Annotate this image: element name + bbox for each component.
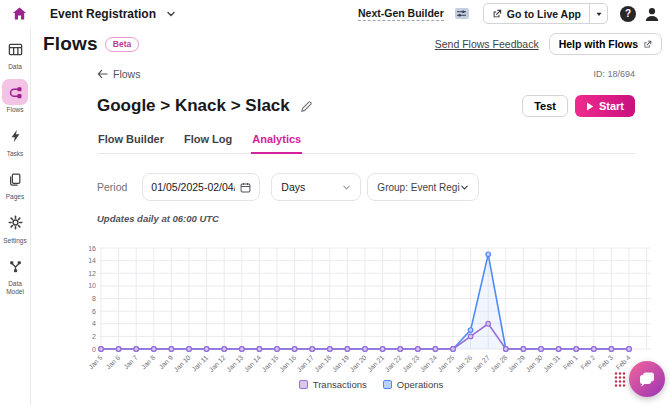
svg-text:Jan 16: Jan 16 xyxy=(278,354,298,374)
svg-text:8: 8 xyxy=(92,295,96,302)
home-icon xyxy=(12,6,27,21)
operations-swatch xyxy=(383,380,392,389)
main-panel: Flows Beta Send Flows Feedback Help with… xyxy=(31,27,670,405)
top-bar: Event Registration Next-Gen Builder Go t… xyxy=(0,0,670,27)
interval-value: Days xyxy=(281,181,305,193)
svg-text:Jan 14: Jan 14 xyxy=(243,354,263,374)
group-select[interactable]: Group: Event Registrat xyxy=(367,173,479,201)
sidebar-item-data[interactable]: Data xyxy=(0,36,31,70)
app-window: Event Registration Next-Gen Builder Go t… xyxy=(0,0,670,405)
external-link-icon xyxy=(643,40,652,49)
sidebar-item-settings[interactable]: Settings xyxy=(0,210,31,244)
tab-flow-log[interactable]: Flow Log xyxy=(183,133,233,153)
sidebar-item-data-model[interactable]: Data Model xyxy=(0,253,31,295)
back-to-flows-link[interactable]: Flows xyxy=(97,68,140,80)
date-range-value: 01/05/2025-02/04/20... xyxy=(151,181,235,193)
table-icon xyxy=(2,36,28,62)
tab-analytics[interactable]: Analytics xyxy=(251,133,302,154)
sidebar-item-label: Tasks xyxy=(7,150,24,157)
svg-text:Jan 31: Jan 31 xyxy=(542,354,562,374)
flows-icon xyxy=(2,79,28,105)
send-feedback-link[interactable]: Send Flows Feedback xyxy=(435,38,539,50)
sidebar-item-label: Data Model xyxy=(0,280,31,295)
svg-text:Jan 22: Jan 22 xyxy=(384,354,404,374)
svg-text:Jan 12: Jan 12 xyxy=(208,354,228,374)
arrow-left-icon xyxy=(97,69,108,79)
sidebar-item-tasks[interactable]: Tasks xyxy=(0,123,31,157)
beta-badge: Beta xyxy=(105,37,139,52)
toggle-switch-icon xyxy=(455,8,469,19)
start-button[interactable]: Start xyxy=(575,95,635,117)
transactions-swatch xyxy=(299,380,308,389)
flow-id: ID: 18/694 xyxy=(593,69,635,79)
sidebar-item-label: Settings xyxy=(3,237,27,244)
go-to-live-app-button[interactable]: Go to Live App xyxy=(484,4,589,23)
home-button[interactable] xyxy=(10,5,28,23)
svg-text:2: 2 xyxy=(92,333,96,340)
analytics-chart: 0246810121416Jan 5Jan 6Jan 7Jan 8Jan 9Ja… xyxy=(85,235,657,377)
page-header: Flows Beta Send Flows Feedback Help with… xyxy=(31,27,670,61)
gear-icon xyxy=(2,210,28,236)
date-range-input[interactable]: 01/05/2025-02/04/20... xyxy=(142,173,260,201)
chevron-down-icon xyxy=(342,183,351,192)
svg-text:16: 16 xyxy=(88,245,96,252)
svg-text:14: 14 xyxy=(88,257,96,264)
svg-text:Feb 3: Feb 3 xyxy=(597,354,614,371)
svg-text:Jan 5: Jan 5 xyxy=(87,354,104,371)
flow-title-row: Google > Knack > Slack Test Start xyxy=(97,95,635,117)
profile-button[interactable] xyxy=(644,6,660,22)
svg-text:Jan 6: Jan 6 xyxy=(105,354,122,371)
svg-text:Jan 21: Jan 21 xyxy=(366,354,386,374)
edit-title-button[interactable] xyxy=(300,100,313,113)
legend-label: Transactions xyxy=(313,379,367,390)
svg-text:Jan 26: Jan 26 xyxy=(454,354,474,374)
app-switcher[interactable]: Event Registration xyxy=(50,7,156,21)
question-mark-icon: ? xyxy=(625,8,631,19)
test-button[interactable]: Test xyxy=(522,95,568,117)
svg-text:Feb 2: Feb 2 xyxy=(579,354,596,371)
caret-down-icon xyxy=(595,10,603,18)
legend-operations[interactable]: Operations xyxy=(383,379,443,390)
sidebar-item-label: Flows xyxy=(7,106,24,113)
svg-text:Jan 10: Jan 10 xyxy=(172,354,192,374)
chat-icon xyxy=(637,369,657,389)
analytics-filters: Period 01/05/2025-02/04/20... Days Group… xyxy=(97,173,635,201)
svg-text:0: 0 xyxy=(92,346,96,353)
svg-text:Jan 28: Jan 28 xyxy=(489,354,509,374)
next-gen-builder-toggle[interactable]: Next-Gen Builder xyxy=(358,7,444,21)
live-app-dropdown-button[interactable] xyxy=(589,4,607,23)
svg-text:Jan 27: Jan 27 xyxy=(472,354,492,374)
group-value: Group: Event Registrat xyxy=(377,182,460,193)
svg-text:Jan 29: Jan 29 xyxy=(507,354,527,374)
svg-text:Jan 7: Jan 7 xyxy=(122,354,139,371)
update-note: Updates daily at 06:00 UTC xyxy=(97,213,219,224)
svg-text:Jan 25: Jan 25 xyxy=(436,354,456,374)
svg-text:Jan 23: Jan 23 xyxy=(401,354,421,374)
drag-handle-icon[interactable] xyxy=(614,371,626,387)
live-app-split-button: Go to Live App xyxy=(483,3,608,24)
svg-text:Feb 1: Feb 1 xyxy=(562,354,579,371)
interval-select[interactable]: Days xyxy=(271,173,361,201)
legend-transactions[interactable]: Transactions xyxy=(299,379,367,390)
pages-icon xyxy=(2,166,28,192)
help-button[interactable]: ? xyxy=(620,6,636,22)
sidebar-item-pages[interactable]: Pages xyxy=(0,166,31,200)
sidebar-item-label: Data xyxy=(8,63,22,70)
app-switcher-label: Event Registration xyxy=(50,7,156,21)
lightning-icon xyxy=(2,123,28,149)
sidebar-item-flows[interactable]: Flows xyxy=(0,79,31,113)
sidebar: Data Flows Tasks Pages Settings xyxy=(0,27,31,405)
tab-flow-builder[interactable]: Flow Builder xyxy=(97,133,165,153)
breadcrumb: Flows ID: 18/694 xyxy=(97,68,635,80)
svg-text:Jan 8: Jan 8 xyxy=(140,354,157,371)
svg-text:4: 4 xyxy=(92,320,96,327)
user-avatar-icon xyxy=(644,6,660,22)
help-with-flows-button[interactable]: Help with Flows xyxy=(549,33,662,55)
svg-text:Jan 18: Jan 18 xyxy=(313,354,333,374)
legend-label: Operations xyxy=(397,379,443,390)
svg-text:Jan 15: Jan 15 xyxy=(260,354,280,374)
flow-title: Google > Knack > Slack xyxy=(97,96,290,116)
svg-text:Jan 19: Jan 19 xyxy=(331,354,351,374)
chat-launcher-button[interactable] xyxy=(629,361,665,397)
svg-text:10: 10 xyxy=(88,282,96,289)
